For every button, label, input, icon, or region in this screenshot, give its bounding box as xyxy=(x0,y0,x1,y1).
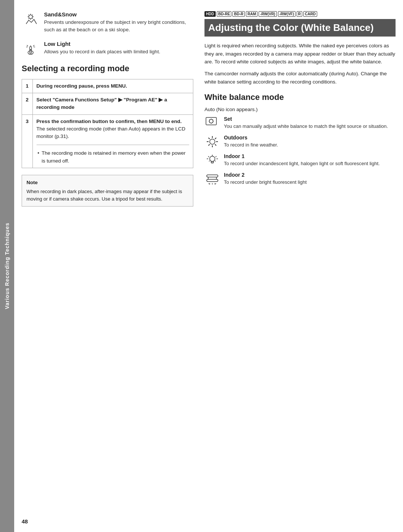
wb-set-desc: You can manually adjust white balance to… xyxy=(224,123,388,130)
svg-line-8 xyxy=(28,18,29,19)
wb-indoor2-text: Indoor 2 To record under bright fluoresc… xyxy=(224,172,307,186)
svg-line-32 xyxy=(215,138,216,139)
step-1-row: 1 During recording pause, press MENU. xyxy=(22,79,193,93)
right-para-1: Light is required when recording subject… xyxy=(204,42,396,66)
svg-line-14 xyxy=(33,45,34,46)
sand-snow-text: Sand&Snow Prevents underexposure of the … xyxy=(44,11,193,34)
step-3-content: Press the confirmation button to confirm… xyxy=(32,114,193,168)
sidebar: Various Recording Techniques xyxy=(0,0,14,532)
wb-indoor1-icon xyxy=(204,153,220,167)
svg-rect-45 xyxy=(207,179,218,182)
sand-snow-icon xyxy=(22,11,40,27)
wb-outdoors-text: Outdoors To record in fine weather. xyxy=(224,135,278,149)
wb-set-item: Set You can manually adjust white balanc… xyxy=(204,116,396,130)
svg-line-42 xyxy=(209,161,210,161)
svg-line-13 xyxy=(27,45,28,46)
step-3-bold: Press the confirmation button to confirm… xyxy=(37,119,182,124)
badge-rwvr: -RW(VR) xyxy=(259,11,277,17)
main-content: Sand&Snow Prevents underexposure of the … xyxy=(14,0,403,532)
step-1-num: 1 xyxy=(22,79,33,93)
svg-line-52 xyxy=(215,183,216,184)
svg-line-7 xyxy=(32,15,32,15)
step-1-menu: MENU xyxy=(111,83,126,89)
wb-outdoors-title: Outdoors xyxy=(224,135,278,141)
wb-indoor2-item: Indoor 2 To record under bright fluoresc… xyxy=(204,172,396,186)
badge-r: R xyxy=(297,11,302,17)
step-2-bold: Select "Camera Functions Setup" ▶ "Progr… xyxy=(37,97,167,110)
wb-indoor1-title: Indoor 1 xyxy=(224,153,380,159)
wb-indoor1-item: Indoor 1 To record under incandescent li… xyxy=(204,153,396,167)
sidebar-label: Various Recording Techniques xyxy=(4,223,10,309)
svg-line-30 xyxy=(209,138,210,139)
svg-line-31 xyxy=(215,144,216,146)
svg-point-34 xyxy=(210,156,215,161)
left-column: Sand&Snow Prevents underexposure of the … xyxy=(22,11,193,507)
low-light-icon xyxy=(22,41,40,56)
svg-line-33 xyxy=(209,144,210,146)
step-3-row: 3 Press the confirmation button to confi… xyxy=(22,114,193,168)
svg-line-39 xyxy=(216,156,217,157)
wb-heading: White balance mode xyxy=(204,92,396,102)
svg-line-38 xyxy=(208,156,209,157)
sand-snow-item: Sand&Snow Prevents underexposure of the … xyxy=(22,11,193,34)
wb-auto: Auto (No icon appears.) xyxy=(204,107,396,112)
badge-card: CARD xyxy=(303,11,317,17)
right-para-2: The camcorder normally adjusts the color… xyxy=(204,70,396,86)
svg-rect-44 xyxy=(207,175,218,177)
svg-line-5 xyxy=(28,15,29,15)
wb-indoor2-title: Indoor 2 xyxy=(224,172,307,178)
step-2-content: Select "Camera Functions Setup" ▶ "Progr… xyxy=(32,93,193,115)
step-3-divider xyxy=(37,145,189,145)
svg-point-0 xyxy=(29,15,32,19)
svg-line-22 xyxy=(213,123,213,123)
wb-set-text: Set You can manually adjust white balanc… xyxy=(224,116,388,130)
low-light-desc: Allows you to record in dark places with… xyxy=(44,48,193,56)
svg-rect-10 xyxy=(30,50,31,53)
adjusting-heading: Adjusting the Color (White Balance) xyxy=(204,19,396,37)
svg-point-25 xyxy=(210,139,215,144)
step-3-num: 3 xyxy=(22,114,33,168)
badge-hdd: HDD xyxy=(204,11,216,17)
svg-line-51 xyxy=(209,183,209,184)
wb-set-icon xyxy=(204,116,220,128)
step-3-line1: The selected recording mode (other than … xyxy=(37,126,185,139)
badge-ram: RAM xyxy=(246,11,257,17)
wb-outdoors-icon xyxy=(204,135,220,149)
badge-bdre: BD-RE xyxy=(217,11,232,17)
wb-indoor2-icon xyxy=(204,172,220,186)
step-3-bullet: The recording mode is retained in memory… xyxy=(37,149,189,165)
note-text: When recording in dark places, after-ima… xyxy=(26,188,188,202)
note-title: Note xyxy=(26,179,188,186)
wb-outdoors-item: Outdoors To record in fine weather. xyxy=(204,135,396,149)
low-light-text: Low Light Allows you to record in dark p… xyxy=(44,41,193,56)
svg-line-43 xyxy=(215,161,216,161)
svg-point-9 xyxy=(28,51,33,54)
wb-indoor2-desc: To record under bright fluorescent light xyxy=(224,179,307,186)
low-light-title: Low Light xyxy=(44,41,193,47)
svg-line-24 xyxy=(209,123,210,123)
low-light-item: Low Light Allows you to record in dark p… xyxy=(22,41,193,56)
sand-snow-desc: Prevents underexposure of the subject in… xyxy=(44,19,193,34)
media-badges: HDD BD-RE BD-R RAM -RW(VR) -RW(VF) R CAR… xyxy=(204,11,396,17)
note-box: Note When recording in dark places, afte… xyxy=(22,175,193,207)
svg-line-21 xyxy=(209,119,210,120)
step-1-bold: During recording pause, press MENU. xyxy=(37,83,127,89)
page-container: Various Recording Techniques xyxy=(0,0,403,532)
step-2-num: 2 xyxy=(22,93,33,115)
svg-line-23 xyxy=(213,119,213,120)
step-1-content: During recording pause, press MENU. xyxy=(32,79,193,93)
page-number: 48 xyxy=(14,514,403,532)
wb-indoor1-text: Indoor 1 To record under incandescent li… xyxy=(224,153,380,167)
wb-set-title: Set xyxy=(224,116,388,122)
right-column: HDD BD-RE BD-R RAM -RW(VR) -RW(VF) R CAR… xyxy=(204,11,396,507)
steps-table: 1 During recording pause, press MENU. 2 … xyxy=(22,79,193,168)
wb-outdoors-desc: To record in fine weather. xyxy=(224,141,278,149)
sand-snow-title: Sand&Snow xyxy=(44,11,193,18)
selecting-recording-heading: Selecting a recording mode xyxy=(22,64,193,73)
wb-indoor1-desc: To record under incandescent light, halo… xyxy=(224,160,380,167)
svg-line-6 xyxy=(32,18,32,19)
badge-rwvf: -RW(VF) xyxy=(278,11,296,17)
badge-bdr: BD-R xyxy=(232,11,245,17)
columns: Sand&Snow Prevents underexposure of the … xyxy=(14,0,403,514)
step-2-row: 2 Select "Camera Functions Setup" ▶ "Pro… xyxy=(22,93,193,115)
